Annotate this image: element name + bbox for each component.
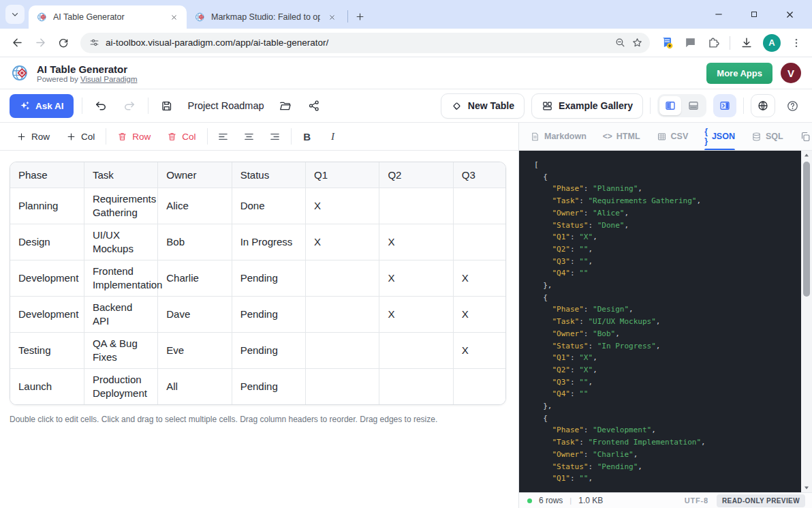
open-folder-button[interactable]	[275, 95, 296, 116]
table-cell[interactable]	[306, 332, 379, 368]
ask-ai-button[interactable]: Ask AI	[10, 94, 74, 118]
table-cell[interactable]: All	[158, 368, 232, 404]
add-col-button[interactable]: Col	[61, 128, 100, 146]
tab-json[interactable]: { } JSON	[704, 123, 735, 150]
browser-profile-avatar[interactable]: A	[763, 34, 781, 52]
table-cell[interactable]	[306, 296, 379, 332]
table-cell[interactable]: X	[379, 224, 453, 260]
table-cell[interactable]: Dave	[158, 296, 232, 332]
table-cell[interactable]: Requirements Gathering	[84, 188, 157, 224]
column-header[interactable]: Q2	[379, 162, 453, 188]
toggle-right-panel-button[interactable]	[713, 94, 736, 117]
table-cell[interactable]: Pending	[232, 368, 305, 404]
table-cell[interactable]: Design	[10, 224, 84, 260]
delete-col-button[interactable]: Col	[161, 128, 201, 146]
column-header[interactable]: Q3	[453, 162, 506, 188]
table-cell[interactable]: Development	[10, 296, 84, 332]
table-cell[interactable]	[379, 368, 453, 404]
table-cell[interactable]: Pending	[232, 332, 305, 368]
table-cell[interactable]	[306, 260, 379, 296]
table-cell[interactable]: Alice	[158, 188, 232, 224]
browser-tab-inactive[interactable]: Markmap Studio: Failed to oper	[187, 5, 345, 29]
table-cell[interactable]: Testing	[10, 332, 84, 368]
table-cell[interactable]: QA & Bug Fixes	[84, 332, 157, 368]
table-cell[interactable]	[306, 368, 379, 404]
align-right-button[interactable]	[265, 127, 285, 146]
align-left-button[interactable]	[213, 127, 234, 146]
downloads-icon[interactable]	[740, 36, 753, 50]
italic-button[interactable]: I	[323, 127, 343, 146]
column-header[interactable]: Phase	[10, 162, 84, 188]
comment-extension-icon[interactable]	[684, 36, 697, 49]
column-header[interactable]: Q1	[306, 162, 379, 188]
share-button[interactable]	[304, 95, 324, 116]
new-table-button[interactable]: New Table	[441, 93, 525, 119]
copy-code-button[interactable]	[800, 131, 811, 143]
help-button[interactable]	[782, 95, 802, 116]
table-cell[interactable]	[379, 188, 453, 224]
reload-button[interactable]	[53, 33, 74, 53]
table-cell[interactable]: X	[453, 296, 506, 332]
table-cell[interactable]: X	[453, 332, 506, 368]
tab-csv[interactable]: CSV	[657, 123, 689, 150]
table-cell[interactable]: Planning	[10, 188, 84, 224]
table-cell[interactable]: Done	[232, 188, 305, 224]
table-cell[interactable]: X	[306, 188, 379, 224]
column-header[interactable]: Task	[84, 162, 157, 188]
forward-button[interactable]	[30, 33, 50, 53]
align-center-button[interactable]	[239, 127, 260, 146]
tab-markdown[interactable]: Markdown	[530, 123, 587, 150]
add-row-button[interactable]: Row	[11, 128, 55, 146]
reading-list-icon[interactable]	[659, 35, 674, 50]
scroll-down-arrow-icon[interactable]	[801, 483, 812, 492]
column-header[interactable]: Status	[232, 162, 305, 188]
account-avatar[interactable]: V	[781, 63, 801, 83]
window-close-button[interactable]	[779, 4, 800, 25]
table-cell[interactable]: UI/UX Mockups	[84, 224, 157, 260]
table-cell[interactable]: X	[379, 260, 453, 296]
table-cell[interactable]: X	[306, 224, 379, 260]
tab-html[interactable]: <> HTML	[603, 123, 640, 150]
url-text[interactable]: ai-toolbox.visual-paradigm.com/app/ai-ta…	[106, 38, 609, 48]
new-tab-button[interactable]	[351, 8, 369, 25]
window-minimize-button[interactable]	[708, 4, 729, 25]
table-cell[interactable]: Bob	[158, 224, 232, 260]
bold-button[interactable]: B	[297, 127, 317, 146]
table-cell[interactable]	[453, 368, 506, 404]
site-settings-icon[interactable]	[89, 37, 100, 48]
table-cell[interactable]: Pending	[232, 260, 305, 296]
table-cell[interactable]: Charlie	[158, 260, 232, 296]
more-apps-button[interactable]: More Apps	[706, 63, 772, 84]
table-cell[interactable]: Backend API	[84, 296, 157, 332]
extensions-puzzle-icon[interactable]	[706, 36, 720, 50]
table-cell[interactable]	[379, 332, 453, 368]
redo-button[interactable]	[119, 95, 140, 116]
address-bar[interactable]: ai-toolbox.visual-paradigm.com/app/ai-ta…	[80, 33, 650, 53]
tab-sql[interactable]: SQL	[751, 123, 783, 150]
table-cell[interactable]: Eve	[158, 332, 232, 368]
code-scrollbar[interactable]	[801, 151, 812, 492]
visual-paradigm-link[interactable]: Visual Paradigm	[80, 75, 138, 83]
undo-button[interactable]	[91, 95, 111, 116]
table-cell[interactable]: X	[453, 260, 506, 296]
zoom-icon[interactable]	[614, 37, 626, 48]
table-cell[interactable]: In Progress	[232, 224, 305, 260]
back-button[interactable]	[7, 33, 27, 53]
table-cell[interactable]: Development	[10, 260, 84, 296]
table-cell[interactable]	[453, 188, 506, 224]
browser-tab-active[interactable]: AI Table Generator	[29, 5, 187, 29]
tab-close-icon[interactable]	[168, 11, 180, 23]
scroll-up-arrow-icon[interactable]	[801, 151, 812, 160]
split-horizontal-button[interactable]	[683, 96, 704, 115]
table-cell[interactable]: Production Deployment	[84, 368, 157, 404]
table-cell[interactable]	[453, 224, 506, 260]
scrollbar-thumb[interactable]	[803, 162, 810, 297]
tab-close-icon[interactable]	[326, 11, 338, 23]
tab-search-button[interactable]	[5, 5, 25, 24]
save-button[interactable]	[157, 95, 177, 116]
menu-dots-icon[interactable]	[790, 37, 802, 49]
split-vertical-button[interactable]	[659, 96, 681, 115]
table-cell[interactable]: Pending	[232, 296, 305, 332]
window-maximize-button[interactable]	[744, 4, 764, 25]
table-cell[interactable]: X	[379, 296, 453, 332]
